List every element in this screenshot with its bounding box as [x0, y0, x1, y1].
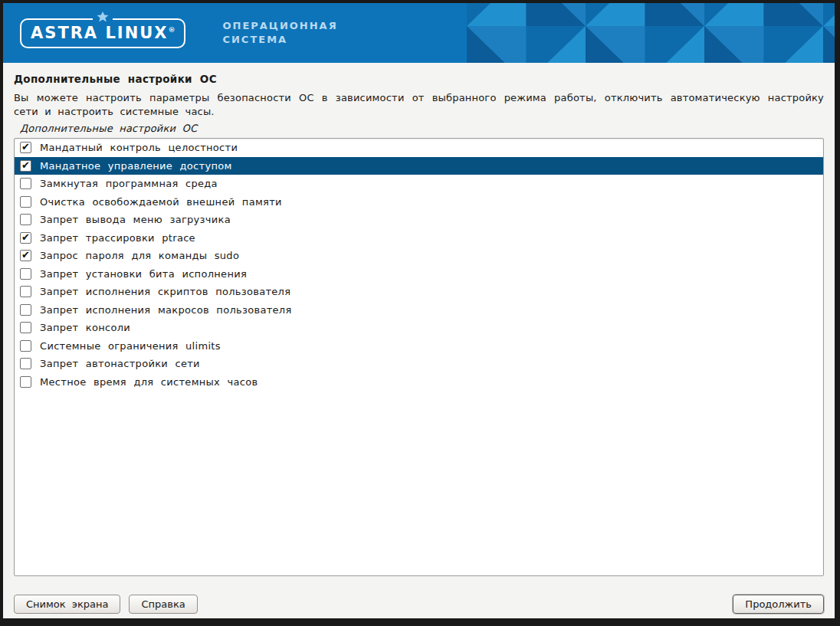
list-caption: Дополнительные настройки ОС — [14, 123, 824, 134]
list-item[interactable]: Запрет вывода меню загрузчика — [15, 211, 823, 229]
main-content: Дополнительные настройки ОС Вы можете на… — [3, 63, 835, 618]
checkbox-icon[interactable] — [20, 268, 31, 280]
star-icon — [93, 11, 113, 22]
checkbox-icon[interactable] — [20, 286, 31, 297]
checkbox-icon[interactable] — [20, 214, 31, 225]
list-item-label: Запрет автонастройки сети — [40, 358, 200, 369]
checkbox-icon[interactable] — [20, 322, 31, 333]
continue-button[interactable]: Продолжить — [733, 595, 824, 614]
list-item[interactable]: Запрет исполнения макросов пользователя — [15, 301, 823, 320]
checkbox-icon[interactable] — [20, 160, 31, 172]
list-item-label: Запрет консоли — [40, 322, 130, 333]
help-button[interactable]: Справка — [129, 595, 197, 614]
installer-banner: ASTRA LINUX® ОПЕРАЦИОННАЯ СИСТЕМА — [3, 3, 835, 63]
list-item[interactable]: Запрет исполнения скриптов пользователя — [15, 283, 823, 301]
footer-left-buttons: Снимок экрана Справка — [14, 595, 198, 614]
logo-text: ASTRA LINUX — [31, 24, 168, 42]
list-item[interactable]: Запрет консоли — [15, 319, 823, 337]
page-title: Дополнительные настройки ОС — [14, 63, 824, 85]
list-item-label: Замкнутая программная среда — [40, 178, 218, 189]
installer-window: ASTRA LINUX® ОПЕРАЦИОННАЯ СИСТЕМА Дополн… — [0, 0, 840, 626]
options-listbox: Мандатный контроль целостности Мандатное… — [14, 138, 824, 576]
list-item-label: Запрет исполнения макросов пользователя — [40, 304, 292, 316]
list-item[interactable]: Мандатное управление доступом — [15, 157, 823, 175]
list-item-label: Запрет установки бита исполнения — [40, 268, 247, 280]
product-line-1: ОПЕРАЦИОННАЯ — [222, 19, 337, 33]
list-item[interactable]: Мандатный контроль целостности — [15, 139, 823, 157]
list-item[interactable]: Очистка освобождаемой внешней памяти — [15, 193, 823, 211]
list-item-label: Запрет вывода меню загрузчика — [40, 214, 231, 225]
list-item-label: Системные ограничения ulimits — [40, 340, 221, 352]
list-item-label: Запрет трассировки ptrace — [40, 232, 195, 244]
checkbox-icon[interactable] — [20, 250, 31, 261]
list-item[interactable]: Запрет трассировки ptrace — [15, 229, 823, 247]
list-item[interactable]: Запрет установки бита исполнения — [15, 265, 823, 284]
list-item-label: Очистка освобождаемой внешней памяти — [40, 196, 282, 208]
footer-bar: Снимок экрана Справка Продолжить — [14, 595, 824, 614]
list-item[interactable]: Замкнутая программная среда — [15, 175, 823, 193]
list-item[interactable]: Местное время для системных часов — [15, 373, 823, 392]
astra-linux-logo: ASTRA LINUX® — [20, 18, 185, 48]
list-item[interactable]: Запрос пароля для команды sudo — [15, 247, 823, 265]
checkbox-icon[interactable] — [20, 142, 31, 153]
registered-mark: ® — [168, 26, 175, 34]
list-item-label: Запрос пароля для команды sudo — [40, 250, 239, 261]
checkbox-icon[interactable] — [20, 232, 31, 244]
list-item-label: Мандатное управление доступом — [40, 160, 232, 172]
list-item-label: Мандатный контроль целостности — [40, 142, 238, 153]
list-item[interactable]: Системные ограничения ulimits — [15, 337, 823, 356]
checkbox-icon[interactable] — [20, 340, 31, 352]
installer-frame: ASTRA LINUX® ОПЕРАЦИОННАЯ СИСТЕМА Дополн… — [3, 3, 835, 618]
checkbox-icon[interactable] — [20, 376, 31, 388]
list-item[interactable]: Запрет автонастройки сети — [15, 355, 823, 373]
list-item-label: Местное время для системных часов — [40, 376, 258, 388]
page-description: Вы можете настроить параметры безопаснос… — [14, 91, 824, 119]
checkbox-icon[interactable] — [20, 196, 31, 208]
checkbox-icon[interactable] — [20, 358, 31, 369]
checkbox-icon[interactable] — [20, 178, 31, 189]
checkbox-icon[interactable] — [20, 304, 31, 316]
list-item-label: Запрет исполнения скриптов пользователя — [40, 286, 290, 297]
geometric-pattern-decoration — [467, 3, 835, 63]
screenshot-button[interactable]: Снимок экрана — [14, 595, 120, 614]
product-line-2: СИСТЕМА — [222, 33, 337, 47]
product-name: ОПЕРАЦИОННАЯ СИСТЕМА — [222, 19, 337, 47]
